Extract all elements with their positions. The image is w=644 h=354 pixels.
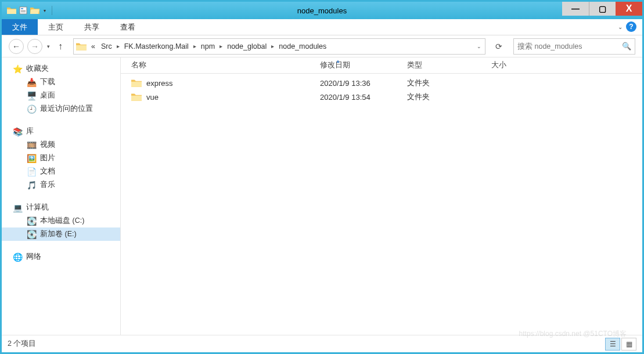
qat-dropdown[interactable]: ▾ [41, 8, 48, 13]
music-icon: 🎵 [26, 180, 37, 190]
sidebar-item-label: 桌面 [40, 91, 55, 100]
sidebar-libraries[interactable]: 📚库 [2, 125, 120, 138]
window-controls: — ▢ X [562, 2, 642, 16]
desktop-icon: 🖥️ [26, 91, 37, 100]
svg-rect-3 [21, 12, 26, 12]
recent-icon: 🕘 [26, 104, 37, 114]
chevron-right-icon[interactable]: ▸ [192, 43, 197, 49]
file-row[interactable]: vue 2020/1/9 13:54 文件夹 [121, 90, 642, 104]
sidebar-label: 网络 [26, 252, 41, 262]
chevron-right-icon[interactable]: ▸ [270, 43, 275, 49]
star-icon: ⭐ [12, 64, 23, 74]
search-input[interactable] [517, 42, 622, 50]
column-date[interactable]: 修改日期 [320, 60, 407, 70]
sidebar-item-label: 音乐 [40, 180, 55, 190]
sidebar-item-drive-e[interactable]: 💽新加卷 (E:) [2, 227, 120, 241]
maximize-button[interactable]: ▢ [589, 2, 616, 16]
column-size[interactable]: 大小 [491, 60, 549, 70]
status-bar: 2 个项目 ☰ ▦ [2, 335, 642, 352]
details-view-button[interactable]: ☰ [605, 338, 620, 351]
sidebar-item-label: 文档 [40, 167, 55, 176]
search-box[interactable]: 🔍 [513, 38, 635, 55]
chevron-right-icon[interactable]: ▸ [218, 43, 224, 49]
download-icon: 📥 [26, 78, 37, 87]
sidebar-item-music[interactable]: 🎵音乐 [2, 178, 120, 192]
properties-icon[interactable] [18, 5, 28, 16]
sidebar-favorites[interactable]: ⭐收藏夹 [2, 62, 120, 75]
sidebar-item-label: 最近访问的位置 [40, 104, 93, 114]
history-dropdown[interactable]: ▾ [46, 44, 51, 49]
help-icon[interactable]: ? [626, 21, 636, 32]
sidebar-item-recent[interactable]: 🕘最近访问的位置 [2, 102, 120, 115]
titlebar: ▾ node_modules — ▢ X [2, 2, 642, 19]
file-name: vue [146, 93, 159, 102]
sidebar-item-label: 视频 [40, 140, 55, 150]
search-icon[interactable]: 🔍 [622, 42, 631, 50]
quick-access-toolbar: ▾ [2, 5, 55, 16]
sort-indicator-icon: ▲ [336, 59, 340, 64]
breadcrumb-item[interactable]: node_global [225, 42, 269, 50]
open-folder-icon[interactable] [30, 5, 40, 16]
content-area: ⭐收藏夹 📥下载 🖥️桌面 🕘最近访问的位置 📚库 🎞️视频 🖼️图片 📄文档 … [2, 57, 642, 335]
file-type: 文件夹 [407, 78, 491, 88]
computer-icon: 💻 [12, 203, 23, 212]
forward-button[interactable]: → [27, 39, 42, 54]
breadcrumb[interactable]: « Src ▸ FK.Masterkong.Mail ▸ npm ▸ node_… [73, 38, 485, 55]
navigation-bar: ← → ▾ ↑ « Src ▸ FK.Masterkong.Mail ▸ npm… [2, 35, 642, 57]
breadcrumb-prefix[interactable]: « [89, 42, 98, 50]
svg-rect-1 [21, 8, 23, 9]
chevron-right-icon[interactable]: ▸ [116, 43, 121, 49]
sidebar-item-videos[interactable]: 🎞️视频 [2, 138, 120, 151]
breadcrumb-item[interactable]: Src [99, 42, 114, 50]
sidebar-label: 计算机 [26, 203, 49, 212]
breadcrumb-item[interactable]: node_modules [276, 42, 329, 50]
breadcrumb-dropdown[interactable]: ⌄ [476, 44, 483, 49]
sidebar-computer[interactable]: 💻计算机 [2, 201, 120, 214]
folder-icon[interactable] [6, 5, 17, 16]
column-type[interactable]: 类型 [407, 60, 491, 70]
video-icon: 🎞️ [26, 140, 37, 150]
sidebar-label: 收藏夹 [26, 64, 49, 74]
drive-icon: 💽 [26, 216, 37, 226]
folder-icon [131, 92, 142, 102]
column-headers: 名称 ▲ 修改日期 类型 大小 [121, 57, 642, 74]
file-rows: express 2020/1/9 13:36 文件夹 vue 2020/1/9 … [121, 74, 642, 335]
sidebar-item-desktop[interactable]: 🖥️桌面 [2, 89, 120, 102]
view-switcher: ☰ ▦ [605, 338, 636, 351]
ribbon-minimize[interactable]: ⌄ [618, 24, 623, 30]
close-button[interactable]: X [616, 2, 642, 16]
minimize-button[interactable]: — [562, 2, 589, 16]
sidebar-label: 库 [26, 127, 34, 136]
sidebar-item-documents[interactable]: 📄文档 [2, 165, 120, 178]
refresh-button[interactable]: ⟳ [491, 39, 506, 54]
window-title: node_modules [297, 6, 347, 15]
tab-share[interactable]: 共享 [74, 19, 110, 35]
tab-view[interactable]: 查看 [110, 19, 146, 35]
document-icon: 📄 [26, 167, 37, 176]
file-date: 2020/1/9 13:36 [320, 79, 407, 88]
navigation-pane: ⭐收藏夹 📥下载 🖥️桌面 🕘最近访问的位置 📚库 🎞️视频 🖼️图片 📄文档 … [2, 57, 121, 335]
folder-icon [76, 42, 87, 51]
tab-home[interactable]: 主页 [38, 19, 74, 35]
tab-file[interactable]: 文件 [2, 19, 38, 35]
file-date: 2020/1/9 13:54 [320, 93, 407, 102]
library-icon: 📚 [12, 127, 23, 136]
sidebar-item-pictures[interactable]: 🖼️图片 [2, 151, 120, 165]
network-icon: 🌐 [12, 252, 23, 262]
file-row[interactable]: express 2020/1/9 13:36 文件夹 [121, 76, 642, 90]
icons-view-button[interactable]: ▦ [621, 338, 636, 351]
sidebar-item-drive-c[interactable]: 💽本地磁盘 (C:) [2, 214, 120, 227]
up-button[interactable]: ↑ [55, 41, 66, 52]
sidebar-item-label: 新加卷 (E:) [40, 229, 77, 239]
sidebar-item-label: 图片 [40, 153, 55, 163]
sidebar-item-downloads[interactable]: 📥下载 [2, 75, 120, 89]
breadcrumb-item[interactable]: npm [199, 42, 217, 50]
breadcrumb-item[interactable]: FK.Masterkong.Mail [122, 42, 191, 50]
file-list: 名称 ▲ 修改日期 类型 大小 express 2020/1/9 13:36 文… [121, 57, 642, 335]
file-type: 文件夹 [407, 92, 491, 102]
back-button[interactable]: ← [9, 39, 24, 54]
column-name[interactable]: 名称 [131, 60, 320, 70]
folder-icon [131, 78, 142, 88]
sidebar-network[interactable]: 🌐网络 [2, 250, 120, 263]
ribbon-tabs: 文件 主页 共享 查看 ⌄ ? [2, 19, 642, 35]
